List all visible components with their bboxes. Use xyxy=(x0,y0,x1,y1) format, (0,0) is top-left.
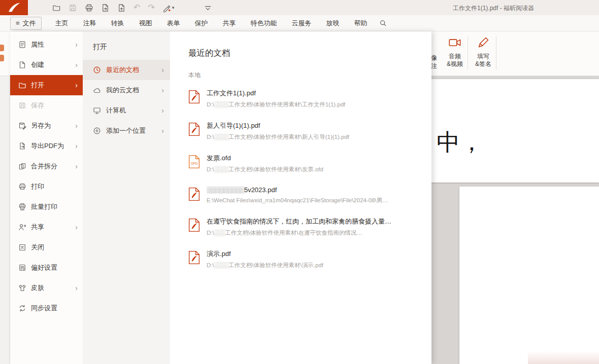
export-pdf-icon xyxy=(18,142,26,150)
recent-file-item[interactable]: 工作文件1(1).pdf D:\▒▒▒▒工作文档\体验软件使用素材\工作文件1(… xyxy=(188,86,417,112)
tab-file[interactable]: ≡ 文件 xyxy=(10,17,42,30)
open-item-add-place[interactable]: 添加一个位置 › xyxy=(83,121,170,141)
submenu-arrow-icon: › xyxy=(75,142,78,150)
open-item-label: 计算机 xyxy=(106,106,126,115)
sidebar-item-label: 另存为 xyxy=(31,121,51,130)
customize-toolbar-icon xyxy=(204,4,212,12)
create-pdf-button[interactable] xyxy=(117,4,126,12)
close-document-icon xyxy=(18,243,26,251)
page-plus-icon xyxy=(117,4,126,12)
save-button[interactable] xyxy=(69,4,77,12)
svg-text:OFD: OFD xyxy=(190,162,197,165)
tab-convert[interactable]: 转换 xyxy=(111,19,124,28)
file-tab-label: 文件 xyxy=(23,19,36,28)
file-path: D:\▒▒▒▒工作文档\体验软件使用素材\工作文件1(1).pdf xyxy=(207,101,345,108)
sidebar-item-print[interactable]: 打印 xyxy=(10,176,83,197)
tab-home[interactable]: 主页 xyxy=(55,19,69,28)
submenu-arrow-icon: › xyxy=(161,127,164,135)
redo-button[interactable]: ↷ xyxy=(148,4,154,12)
create-icon xyxy=(18,61,26,69)
tab-features[interactable]: 特色功能 xyxy=(251,19,277,28)
sidebar-item-combine-split[interactable]: 合并拆分 › xyxy=(10,156,83,176)
file-path: D:\▒▒▒工作文档\体验软件使用素材\在遵守饮食指南的情况… xyxy=(207,229,391,237)
sidebar-item-share[interactable]: 共享 › xyxy=(10,217,83,237)
local-group-label: 本地 xyxy=(188,71,417,80)
file-name: 新人引导(1)(1).pdf xyxy=(207,121,349,130)
recent-file-item[interactable]: OFD 发票.ofd D:\▒▒▒▒工作文档\体验软件使用素材\发票.ofd xyxy=(188,151,417,176)
tab-view[interactable]: 视图 xyxy=(139,19,152,28)
file-name: 发票.ofd xyxy=(207,154,323,163)
menu-tabs: 主页 注释 转换 视图 表单 保护 共享 特色功能 云服务 放映 帮助 xyxy=(55,19,368,28)
recent-file-item[interactable]: 在遵守饮食指南的情况下，红肉，加工肉和家禽的膳食摄入量… D:\▒▒▒工作文档\… xyxy=(188,214,417,240)
clipped-ribbon-icon xyxy=(0,45,4,51)
tab-form[interactable]: 表单 xyxy=(167,19,180,28)
sidebar-item-sync-settings[interactable]: 同步设置 xyxy=(10,298,83,318)
open-file-button[interactable] xyxy=(52,4,61,12)
sidebar-item-save[interactable]: 保存 xyxy=(10,95,83,116)
file-menu-sidebar: 属性 › 创建 › 打开 › 保存 xyxy=(10,31,83,364)
sidebar-item-open[interactable]: 打开 › xyxy=(10,75,83,95)
ink-sign-button[interactable]: ▾ xyxy=(162,4,175,12)
fill-sign-label: 填写 &签名 xyxy=(470,53,497,68)
tab-cloud-service[interactable]: 云服务 xyxy=(292,19,312,28)
tab-slideshow[interactable]: 放映 xyxy=(326,19,340,28)
foxit-logo[interactable] xyxy=(0,0,28,15)
quick-access-toolbar: ↶ ↷ ▾ xyxy=(52,4,212,12)
customize-toolbar-button[interactable] xyxy=(204,4,212,12)
print-button[interactable] xyxy=(85,4,93,12)
cloud-icon xyxy=(93,86,101,94)
ofd-file-icon: OFD xyxy=(188,155,200,169)
menubar: ≡ 文件 主页 注释 转换 视图 表单 保护 共享 特色功能 云服务 放映 帮助 xyxy=(0,15,599,31)
sidebar-item-label: 打开 xyxy=(31,81,44,90)
sync-icon xyxy=(18,304,26,312)
open-column: 打开 最近的文档 › 我的云文档 › 计算机 › xyxy=(83,31,170,364)
open-item-recent-documents[interactable]: 最近的文档 › xyxy=(83,60,170,80)
tab-share[interactable]: 共享 xyxy=(223,19,236,28)
tab-protect[interactable]: 保护 xyxy=(195,19,208,28)
undo-button[interactable]: ↶ xyxy=(134,4,140,12)
sidebar-item-batch-print[interactable]: 批量打印 xyxy=(10,197,83,217)
open-item-computer[interactable]: 计算机 › xyxy=(83,100,170,121)
sidebar-item-label: 关闭 xyxy=(31,243,44,252)
open-item-label: 最近的文档 xyxy=(106,65,139,75)
file-menu-panel: 属性 › 创建 › 打开 › 保存 xyxy=(10,31,431,364)
sidebar-item-export-pdf[interactable]: 导出PDF为 › xyxy=(10,136,83,156)
add-place-icon xyxy=(93,127,101,135)
tab-comment[interactable]: 注释 xyxy=(83,19,96,28)
recent-file-item[interactable]: ▒▒▒▒▒▒▒▒▒5v2023.pdf E:\WeChat Files\wxid… xyxy=(188,183,417,207)
sidebar-item-create[interactable]: 创建 › xyxy=(10,55,83,75)
sidebar-item-save-as[interactable]: 另存为 › xyxy=(10,116,83,136)
audio-video-button[interactable]: 音频 &视频 xyxy=(441,35,469,68)
clipped-ribbon-labels: 像 注 xyxy=(431,54,439,70)
folder-open-icon xyxy=(52,4,61,12)
sidebar-item-label: 属性 xyxy=(31,40,44,49)
file-path: E:\WeChat Files\wxid_rra1m04nqaqc21\File… xyxy=(207,197,388,204)
ribbon-divider xyxy=(496,37,496,70)
fill-sign-button[interactable]: 填写 &签名 xyxy=(470,35,497,68)
clipped-ribbon-icon xyxy=(0,55,4,61)
recent-file-item[interactable]: 新人引导(1)(1).pdf D:\▒▒▒▒工作文档\体验软件使用素材\新人引导… xyxy=(188,118,417,144)
search-button[interactable] xyxy=(379,19,387,27)
sidebar-item-label: 创建 xyxy=(31,60,44,69)
sidebar-item-properties[interactable]: 属性 › xyxy=(10,34,83,55)
file-name: 工作文件1(1).pdf xyxy=(207,89,345,98)
printer-icon xyxy=(85,4,93,12)
submenu-arrow-icon: › xyxy=(75,284,78,292)
open-item-label: 添加一个位置 xyxy=(106,126,146,135)
undo-icon: ↶ xyxy=(134,4,140,12)
sidebar-item-skin[interactable]: 皮肤 › xyxy=(10,278,83,298)
recent-file-item[interactable]: 演示.pdf D:\▒▒▒▒工作文档\体验软件使用素材\演示.pdf xyxy=(188,246,417,272)
file-path: D:\▒▒▒▒工作文档\体验软件使用素材\新人引导(1)(1).pdf xyxy=(207,133,349,141)
page-export-icon xyxy=(101,4,110,12)
tab-help[interactable]: 帮助 xyxy=(354,19,368,28)
sidebar-item-preferences[interactable]: 偏好设置 xyxy=(10,258,83,278)
export-pdf-button[interactable] xyxy=(101,4,110,12)
sidebar-item-close[interactable]: 关闭 xyxy=(10,237,83,258)
open-item-cloud-documents[interactable]: 我的云文档 › xyxy=(83,80,170,100)
save-as-icon xyxy=(18,122,26,130)
open-item-label: 我的云文档 xyxy=(106,86,139,95)
share-icon xyxy=(18,223,26,231)
sidebar-item-label: 共享 xyxy=(31,223,44,232)
audio-video-label: 音频 &视频 xyxy=(441,53,469,68)
submenu-arrow-icon: › xyxy=(161,106,164,115)
